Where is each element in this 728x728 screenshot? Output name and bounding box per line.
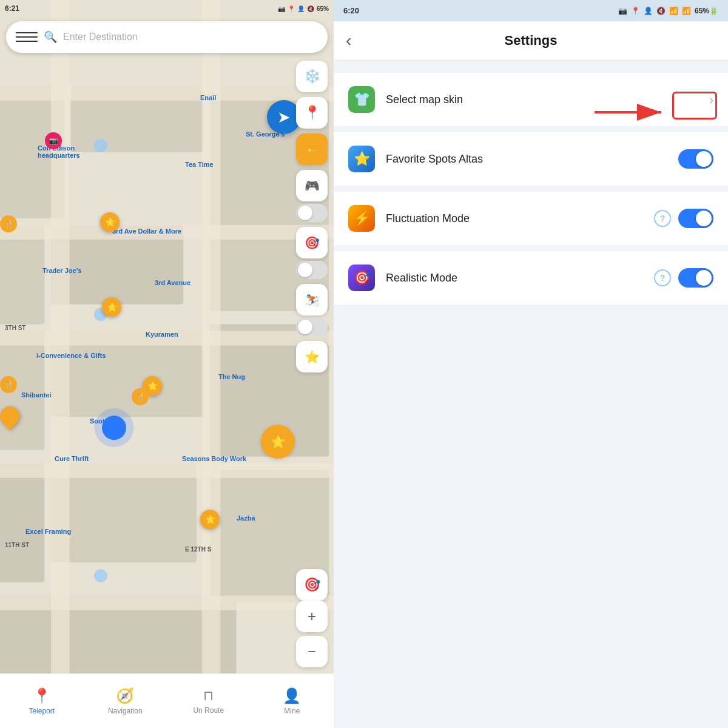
settings-content: 👕 Select map skin › ⭐ Favorite Spots Alt… <box>334 61 728 318</box>
settings-panel: 6:20 📷 📍 👤 🔇 📶 📶 65%🔋 ‹ Settings 👕 Selec… <box>334 0 728 728</box>
map-label-nug: The Nug <box>218 373 245 380</box>
side-buttons-panel: ❄️ 📍 ← 🎮 🎯 ⛷️ ⭐ <box>296 61 328 372</box>
zoom-out-button[interactable]: − <box>296 636 328 667</box>
signal-icon: 📶 <box>682 7 691 15</box>
nav-navigation-label: Navigation <box>108 707 143 715</box>
map-label-traderjoes: Trader Joe's <box>42 267 81 274</box>
zoom-in-button[interactable]: + <box>296 601 328 632</box>
avatar-section: 🎯 <box>296 227 328 279</box>
activity-section: ⛷️ <box>296 284 328 336</box>
map-skin-icon: 👕 <box>348 86 375 113</box>
realistic-toggle[interactable] <box>678 268 713 288</box>
map-marker-star2[interactable]: ⭐ <box>102 297 121 317</box>
map-label-3thst: 3TH ST <box>5 325 25 331</box>
avatar-button[interactable]: 🎯 <box>296 227 328 258</box>
svg-point-20 <box>94 139 107 152</box>
zoom-controls: + − <box>296 601 328 667</box>
mine-icon: 👤 <box>283 687 301 704</box>
back-map-button[interactable]: ← <box>296 133 328 165</box>
nav-teleport[interactable]: 📍 Teleport <box>18 687 66 715</box>
realistic-help-icon[interactable]: ? <box>654 269 671 286</box>
divider-3 <box>334 246 728 251</box>
map-label-iconvenience: i-Convenience & Gifts <box>36 352 106 359</box>
nav-navigation[interactable]: 🧭 Navigation <box>101 687 149 715</box>
battery-text: 65%🔋 <box>695 7 718 15</box>
chevron-right-icon: › <box>709 93 713 107</box>
map-marker-food2[interactable]: 🍴 <box>0 376 17 393</box>
map-marker-food3[interactable]: 🍴 <box>132 388 149 405</box>
map-seasons-marker[interactable]: ⭐ <box>261 425 295 459</box>
bottom-nav: 📍 Teleport 🧭 Navigation ⊓ Un Route 👤 Min… <box>0 673 334 728</box>
page-title: Settings <box>505 33 558 49</box>
settings-item-map-skin[interactable]: 👕 Select map skin › <box>334 73 728 126</box>
status-bar-right: 6:20 📷 📍 👤 🔇 📶 📶 65%🔋 <box>334 0 728 21</box>
back-button[interactable]: ‹ <box>346 31 351 50</box>
map-label-shibantei: Shibantei <box>21 391 52 399</box>
status-icons-right: 📷 📍 👤 🔇 📶 📶 65%🔋 <box>618 7 718 15</box>
freeze-button[interactable]: ❄️ <box>296 61 328 92</box>
favorite-spots-toggle[interactable] <box>678 149 713 169</box>
map-marker-star1[interactable]: ⭐ <box>100 212 120 232</box>
wifi-icon: 📶 <box>669 7 678 15</box>
map-marker-location <box>102 416 126 440</box>
svg-rect-19 <box>0 596 334 610</box>
status-bar-left: 6:21 📷 📍 👤 🔇 65% <box>0 0 334 17</box>
nav-mine[interactable]: 👤 Mine <box>268 687 316 715</box>
gamepad-toggle[interactable] <box>296 204 328 222</box>
fluctuation-help-icon[interactable]: ? <box>654 210 671 227</box>
svg-rect-18 <box>0 463 334 478</box>
map-label-e12th: E 12TH S <box>185 546 211 553</box>
fluctuation-toggle[interactable] <box>678 209 713 228</box>
activity-toggle[interactable] <box>296 318 328 336</box>
realistic-label: Realistic Mode <box>386 272 654 285</box>
gamepad-button[interactable]: 🎮 <box>296 170 328 201</box>
nav-mine-label: Mine <box>284 707 300 715</box>
mute-icon: 🔇 <box>656 7 666 15</box>
search-bar[interactable]: 🔍 Enter Destination <box>6 21 328 53</box>
svg-rect-13 <box>51 0 70 728</box>
nav-route[interactable]: ⊓ Un Route <box>184 688 233 715</box>
svg-rect-7 <box>0 463 44 582</box>
map-marker-star4[interactable]: ⭐ <box>200 510 220 529</box>
map-label-jazba: Jazbā <box>237 514 255 522</box>
favorite-spots-icon: ⭐ <box>348 146 375 172</box>
svg-rect-3 <box>0 225 44 325</box>
center-location-button[interactable]: 🎯 <box>296 569 328 601</box>
activity-button[interactable]: ⛷️ <box>296 284 328 315</box>
map-label-3rdavenue: 3rd Avenue <box>155 279 190 286</box>
map-marker-camera[interactable]: 📷 <box>45 132 62 149</box>
map-marker-food1[interactable]: 🍴 <box>0 215 17 232</box>
fluctuation-icon: ⚡ <box>348 205 375 232</box>
user-icon-right: 👤 <box>644 7 653 15</box>
realistic-icon: 🎯 <box>348 265 375 291</box>
camera-icon-right: 📷 <box>618 7 627 15</box>
map-label-excelframing: Excel Framing <box>25 528 71 535</box>
svg-rect-15 <box>0 86 334 101</box>
location-icon-right: 📍 <box>631 7 640 15</box>
svg-point-22 <box>94 569 107 582</box>
search-icon: 🔍 <box>44 30 57 44</box>
map-panel: 6:21 📷 📍 👤 🔇 65% 🔍 Enter Destination ❄️ … <box>0 0 334 728</box>
settings-item-realistic[interactable]: 🎯 Realistic Mode ? <box>334 251 728 305</box>
map-label-teatime: Tea Time <box>185 161 214 168</box>
search-placeholder: Enter Destination <box>63 32 138 42</box>
teleport-icon: 📍 <box>33 687 51 704</box>
time-right: 6:20 <box>343 6 359 15</box>
divider-2 <box>334 187 728 192</box>
favorite-spots-label: Favorite Spots Altas <box>386 153 678 166</box>
map-label-curethrift: Cure Thrift <box>55 455 89 462</box>
gamepad-section: 🎮 <box>296 170 328 222</box>
hamburger-button[interactable] <box>16 26 38 48</box>
settings-header: ‹ Settings <box>334 21 728 61</box>
navigation-nav-icon: 🧭 <box>116 687 134 704</box>
status-icons-left: 📷 📍 👤 🔇 65% <box>278 5 329 12</box>
time-left: 6:21 <box>5 4 19 13</box>
settings-item-favorite-spots[interactable]: ⭐ Favorite Spots Altas <box>334 132 728 186</box>
seasons-button[interactable]: ⭐ <box>296 341 328 372</box>
location-button[interactable]: 📍 <box>296 97 328 129</box>
map-label-3rdave-dollar: 3rd Ave Dollar & More <box>112 228 181 235</box>
settings-item-fluctuation[interactable]: ⚡ Fluctuation Mode ? <box>334 192 728 245</box>
avatar-toggle[interactable] <box>296 261 328 279</box>
fluctuation-label: Fluctuation Mode <box>386 212 654 225</box>
map-label-enail: Enail <box>200 94 216 101</box>
